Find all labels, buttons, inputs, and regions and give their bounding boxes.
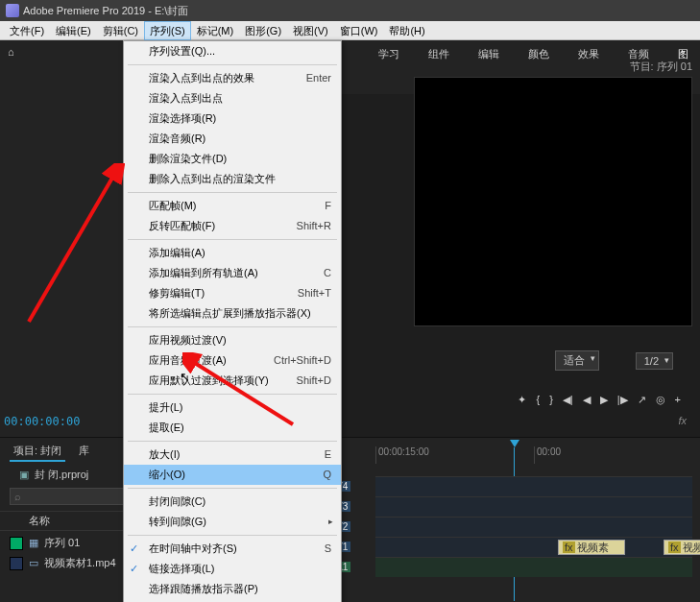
timeline-ruler[interactable]: 00:00:15:0000:00 bbox=[375, 442, 692, 469]
mark-out-button[interactable]: } bbox=[549, 394, 553, 406]
playhead-icon[interactable] bbox=[510, 440, 519, 447]
menu-item-label: 删除入点到出点的渲染文件 bbox=[149, 172, 276, 186]
project-filename: 封 闭.prproj bbox=[35, 468, 88, 482]
mark-in-button[interactable]: { bbox=[536, 394, 540, 406]
monitor-controls: 适合 1/2 bbox=[555, 350, 681, 371]
program-monitor[interactable] bbox=[414, 77, 692, 326]
menu-item-label: 匹配帧(M) bbox=[149, 199, 197, 213]
menu-item[interactable]: 匹配帧(M)F bbox=[124, 196, 341, 216]
workspace-tab-0[interactable]: 学习 bbox=[374, 45, 403, 63]
library-tab[interactable]: 库 bbox=[75, 442, 93, 462]
menu-item[interactable]: 提取(E) bbox=[124, 418, 341, 438]
menu-shortcut: Enter bbox=[306, 71, 331, 85]
menu-2[interactable]: 剪辑(C) bbox=[97, 21, 144, 40]
menu-item[interactable]: 渲染入点到出点的效果Enter bbox=[124, 68, 341, 88]
workspace-tab-3[interactable]: 颜色 bbox=[524, 45, 553, 63]
item-label: 视频素材1.mp4 bbox=[44, 556, 116, 570]
track[interactable] bbox=[375, 496, 692, 517]
menu-item[interactable]: 将所选编辑点扩展到播放指示器(X) bbox=[124, 303, 341, 324]
workspace-tab-1[interactable]: 组件 bbox=[424, 45, 453, 63]
menu-item[interactable]: 删除入点到出点的渲染文件 bbox=[124, 169, 341, 189]
fx-badge-icon: fx bbox=[563, 542, 575, 553]
menu-6[interactable]: 视图(V) bbox=[287, 21, 334, 40]
menu-item[interactable]: ✓链接选择项(L) bbox=[124, 559, 341, 579]
item-thumbnail-icon bbox=[10, 557, 23, 570]
step-back-button[interactable]: ◀| bbox=[563, 394, 573, 406]
menu-0[interactable]: 文件(F) bbox=[4, 21, 50, 40]
menu-item[interactable]: 转到间隙(G) bbox=[124, 512, 341, 532]
workspace-tabbar: ⌂ 学习组件编辑颜色效果音频图 bbox=[0, 40, 700, 67]
menu-4[interactable]: 标记(M) bbox=[191, 21, 240, 40]
menu-item[interactable]: 选择跟随播放指示器(P) bbox=[124, 579, 341, 599]
menu-separator bbox=[128, 192, 337, 193]
project-tab[interactable]: 项目: 封闭 bbox=[10, 442, 65, 462]
menu-7[interactable]: 窗口(W) bbox=[334, 21, 384, 40]
menu-1[interactable]: 编辑(E) bbox=[50, 21, 97, 40]
item-label: 序列 01 bbox=[44, 536, 80, 550]
menu-item-label: 在时间轴中对齐(S) bbox=[149, 542, 237, 556]
menu-shortcut: Q bbox=[323, 468, 331, 482]
program-label[interactable]: 节目: 序列 01 bbox=[630, 60, 692, 74]
menu-item-label: 选择跟随播放指示器(P) bbox=[149, 582, 258, 596]
menu-item[interactable]: 应用音频过渡(A)Ctrl+Shift+D bbox=[124, 350, 341, 371]
menu-item[interactable]: 添加编辑(A) bbox=[124, 243, 341, 263]
menu-8[interactable]: 帮助(H) bbox=[383, 21, 430, 40]
menu-3[interactable]: 序列(S) bbox=[144, 21, 191, 40]
fx-badge-icon: fx bbox=[668, 542, 681, 553]
menu-item[interactable]: 渲染选择项(R) bbox=[124, 108, 341, 129]
menu-item-label: 渲染选择项(R) bbox=[149, 111, 216, 126]
menu-item[interactable]: 提升(L) bbox=[124, 397, 341, 418]
add-marker-button[interactable]: ✦ bbox=[518, 394, 526, 406]
menu-item[interactable]: 渲染入点到出点 bbox=[124, 88, 341, 108]
clip[interactable]: fx视频素 bbox=[664, 540, 700, 555]
menu-item[interactable]: 序列设置(Q)... bbox=[124, 41, 341, 61]
track[interactable]: fx视频素fx视频素 bbox=[375, 537, 692, 557]
ruler-tick: 00:00:15:00 bbox=[375, 446, 534, 464]
track[interactable] bbox=[375, 557, 692, 577]
menu-item[interactable]: 添加编辑到所有轨道(A)C bbox=[124, 263, 341, 283]
menu-separator bbox=[128, 441, 337, 442]
menu-item[interactable]: ✓在时间轴中对齐(S)S bbox=[124, 539, 341, 559]
menu-item[interactable]: 应用默认过渡到选择项(Y)Shift+D bbox=[124, 371, 341, 391]
menu-separator bbox=[128, 239, 337, 240]
clip[interactable]: fx视频素 bbox=[558, 540, 625, 555]
menu-5[interactable]: 图形(G) bbox=[239, 21, 287, 40]
track[interactable] bbox=[375, 476, 692, 496]
titlebar: Adobe Premiere Pro 2019 - E:\封面 bbox=[0, 0, 700, 21]
menu-item[interactable]: 反转匹配帧(F)Shift+R bbox=[124, 216, 341, 236]
item-thumbnail-icon bbox=[10, 537, 23, 550]
ruler-tick: 00:00 bbox=[534, 446, 692, 464]
menu-item[interactable]: 渲染音频(R) bbox=[124, 129, 341, 149]
go-to-out-button[interactable]: |▶ bbox=[617, 394, 628, 406]
item-type-icon: ▦ bbox=[29, 537, 38, 549]
menu-item[interactable]: 缩小(O)Q bbox=[124, 465, 341, 485]
name-column-header[interactable]: 名称 bbox=[29, 514, 50, 528]
menu-shortcut: C bbox=[324, 266, 331, 280]
menu-item-label: 缩小(O) bbox=[149, 468, 185, 482]
menu-separator bbox=[128, 64, 337, 65]
menu-item[interactable]: 修剪编辑(T)Shift+T bbox=[124, 283, 341, 303]
menu-item[interactable]: 删除渲染文件(D) bbox=[124, 149, 341, 169]
resolution-select[interactable]: 1/2 bbox=[636, 352, 673, 370]
check-icon: ✓ bbox=[130, 542, 138, 556]
menu-item[interactable]: 封闭间隙(C) bbox=[124, 492, 341, 512]
zoom-select[interactable]: 适合 bbox=[555, 350, 599, 371]
export-frame-button[interactable]: ◎ bbox=[656, 394, 665, 406]
mouse-cursor-icon: ↖ bbox=[180, 370, 190, 384]
menu-shortcut: Ctrl+Shift+D bbox=[274, 353, 331, 368]
sequence-menu-dropdown: 序列设置(Q)...渲染入点到出点的效果Enter渲染入点到出点渲染选择项(R)… bbox=[123, 40, 342, 602]
menu-item[interactable]: 放大(I)E bbox=[124, 445, 341, 465]
fx-label: fx bbox=[678, 415, 687, 426]
menu-separator bbox=[128, 535, 337, 536]
workspace-tab-4[interactable]: 效果 bbox=[574, 45, 603, 63]
go-to-in-button[interactable]: ◀ bbox=[583, 394, 591, 406]
transport-controls: ✦ { } ◀| ◀ ▶ |▶ ↗ ◎ + bbox=[518, 394, 681, 406]
source-timecode[interactable]: 00:00:00:00 bbox=[4, 415, 80, 428]
menu-item[interactable]: 应用视频过渡(V) bbox=[124, 330, 341, 350]
workspace-tab-2[interactable]: 编辑 bbox=[474, 45, 503, 63]
step-fwd-button[interactable]: ↗ bbox=[638, 394, 646, 406]
track[interactable] bbox=[375, 517, 692, 537]
play-button[interactable]: ▶ bbox=[600, 394, 608, 406]
home-icon[interactable]: ⌂ bbox=[8, 46, 23, 61]
more-button[interactable]: + bbox=[675, 394, 681, 406]
